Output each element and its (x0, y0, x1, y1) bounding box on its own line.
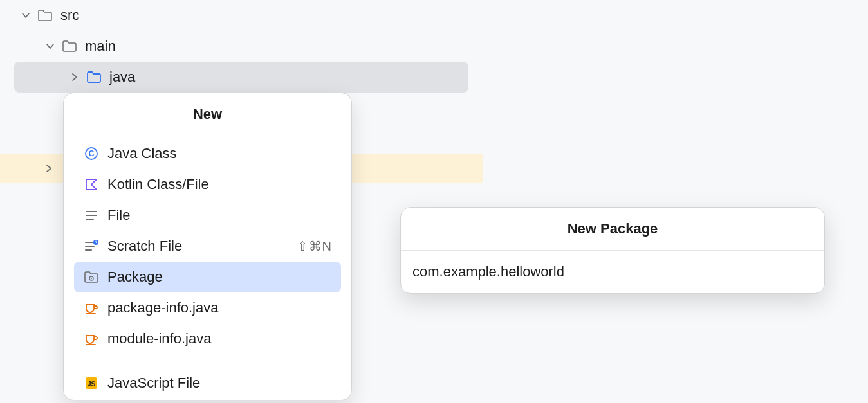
chevron-right-icon[interactable] (37, 164, 60, 173)
menu-item-package[interactable]: Package (74, 262, 341, 292)
menu-item-module-info[interactable]: module-info.java (74, 323, 341, 354)
menu-item-label: Java Class (107, 145, 332, 162)
tree-row-java[interactable]: java (14, 62, 468, 93)
menu-item-label: File (107, 207, 332, 224)
tree-row-main[interactable]: main (0, 31, 483, 62)
kotlin-icon (83, 176, 100, 193)
menu-item-package-info[interactable]: package-info.java (74, 292, 341, 323)
menu-item-label: JavaScript File (107, 375, 332, 391)
scratch-file-icon (83, 238, 100, 255)
svg-point-4 (91, 278, 92, 279)
folder-icon (62, 40, 81, 53)
dialog-title: New Package (401, 208, 824, 251)
tree-label-main: main (85, 38, 116, 55)
menu-item-label: package-info.java (107, 300, 332, 316)
tree-label-java: java (109, 69, 135, 85)
menu-item-label: Scratch File (107, 238, 290, 255)
menu-item-kotlin-class[interactable]: Kotlin Class/File (74, 169, 341, 200)
context-menu-title: New (64, 93, 351, 133)
java-class-icon: C (83, 145, 100, 162)
menu-item-scratch-file[interactable]: Scratch File ⇧⌘N (74, 231, 341, 262)
menu-item-shortcut: ⇧⌘N (297, 238, 332, 254)
svg-text:C: C (89, 149, 95, 158)
folder-icon (37, 9, 57, 22)
package-name-input[interactable] (401, 251, 824, 293)
menu-item-javascript-file[interactable]: JS JavaScript File (74, 368, 341, 399)
svg-text:JS: JS (88, 381, 96, 388)
panel-divider (483, 0, 483, 403)
javascript-icon: JS (83, 375, 100, 391)
menu-divider (74, 361, 341, 361)
chevron-down-icon[interactable] (39, 42, 62, 51)
chevron-down-icon[interactable] (14, 11, 37, 20)
menu-item-label: Kotlin Class/File (107, 176, 332, 193)
new-package-dialog: New Package (400, 207, 825, 294)
menu-item-file[interactable]: File (74, 200, 341, 231)
java-cup-icon (83, 330, 100, 347)
tree-row-src[interactable]: src (0, 0, 483, 31)
menu-item-label: module-info.java (107, 330, 332, 347)
chevron-right-icon[interactable] (63, 73, 86, 82)
source-folder-icon (86, 71, 106, 84)
package-icon (83, 269, 100, 285)
menu-item-label: Package (107, 269, 332, 285)
file-lines-icon (83, 207, 100, 224)
new-context-menu: New C Java Class Kotlin Class/File File … (63, 93, 352, 400)
tree-label-src: src (60, 7, 79, 24)
java-cup-icon (83, 300, 100, 316)
menu-item-java-class[interactable]: C Java Class (74, 138, 341, 169)
